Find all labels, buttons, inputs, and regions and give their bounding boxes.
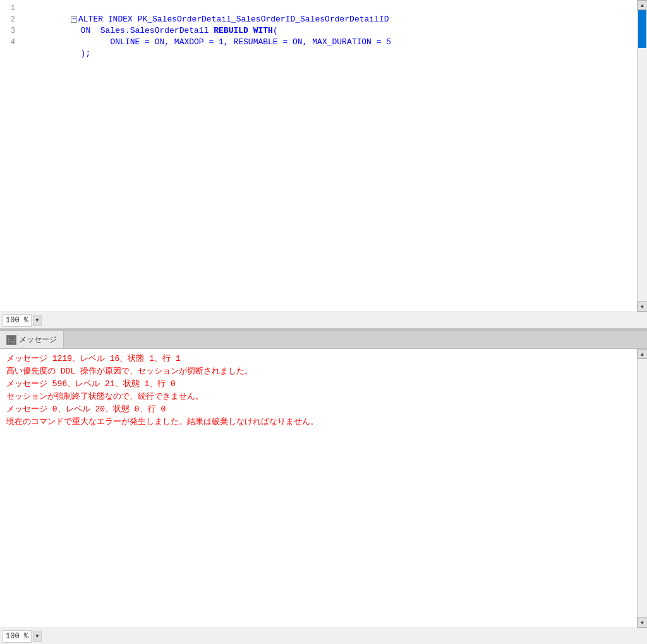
- message-line-5: メッセージ 0、レベル 20、状態 0、行 0: [6, 403, 631, 416]
- message-line-2: 高い優先度の DDL 操作が原因で、セッションが切断されました。: [6, 365, 631, 378]
- query-scroll-track[interactable]: [638, 10, 647, 301]
- messages-zoom-value: 100 %: [3, 630, 32, 643]
- query-zoom-value: 100 %: [3, 314, 32, 327]
- messages-scrollbar: ▲ ▼: [637, 349, 647, 628]
- main-container: 1 2 3 4 −ALTER INDEX PK_SalesOrderDetail…: [0, 0, 647, 644]
- messages-tab-bar: メッセージ: [0, 331, 647, 349]
- line-number-1: 1: [11, 3, 15, 14]
- messages-tab-label: メッセージ: [19, 334, 57, 345]
- messages-icon-svg: [7, 336, 16, 344]
- messages-scroll-track[interactable]: [638, 359, 647, 617]
- query-scroll-thumb[interactable]: [638, 10, 646, 48]
- messages-scroll-down-btn[interactable]: ▼: [638, 617, 648, 628]
- messages-content: メッセージ 1219、レベル 16、状態 1、行 1 高い優先度の DDL 操作…: [0, 349, 647, 628]
- query-editor-area: 1 2 3 4 −ALTER INDEX PK_SalesOrderDetail…: [0, 0, 647, 312]
- messages-tab[interactable]: メッセージ: [0, 331, 64, 348]
- svg-rect-1: [9, 337, 14, 339]
- message-line-3: メッセージ 596、レベル 21、状態 1、行 0: [6, 378, 631, 391]
- query-zoom-select[interactable]: 100 % ▼: [3, 314, 42, 327]
- line-number-3: 3: [11, 25, 15, 37]
- svg-rect-2: [9, 340, 14, 341]
- query-scroll-down-btn[interactable]: ▼: [638, 301, 648, 312]
- messages-zoom-bar: 100 % ▼: [0, 628, 647, 644]
- line-number-4: 4: [11, 37, 15, 48]
- messages-text-area[interactable]: メッセージ 1219、レベル 16、状態 1、行 1 高い優先度の DDL 操作…: [0, 349, 637, 628]
- query-panel: 1 2 3 4 −ALTER INDEX PK_SalesOrderDetail…: [0, 0, 647, 329]
- message-line-6: 現在のコマンドで重大なエラーが発生しました。結果は破棄しなければなりません。: [6, 416, 631, 428]
- messages-panel: メッセージ メッセージ 1219、レベル 16、状態 1、行 1 高い優先度の …: [0, 331, 647, 644]
- svg-rect-3: [9, 342, 12, 343]
- collapse-icon[interactable]: −: [71, 16, 77, 23]
- line-numbers: 1 2 3 4: [0, 0, 18, 312]
- message-line-4: セッションが強制終了状態なので、続行できません。: [6, 391, 631, 403]
- query-zoom-bar: 100 % ▼: [0, 312, 647, 328]
- query-zoom-dropdown-btn[interactable]: ▼: [33, 315, 42, 326]
- query-scrollbar: ▲ ▼: [637, 0, 647, 312]
- query-scroll-up-btn[interactable]: ▲: [638, 0, 648, 10]
- message-line-1: メッセージ 1219、レベル 16、状態 1、行 1: [6, 353, 631, 365]
- code-line-1: −ALTER INDEX PK_SalesOrderDetail_SalesOr…: [21, 3, 633, 14]
- code-area[interactable]: −ALTER INDEX PK_SalesOrderDetail_SalesOr…: [18, 0, 637, 312]
- messages-scroll-up-btn[interactable]: ▲: [638, 349, 648, 359]
- messages-zoom-dropdown-btn[interactable]: ▼: [33, 631, 42, 642]
- line-number-2: 2: [11, 14, 15, 25]
- messages-zoom-select[interactable]: 100 % ▼: [3, 630, 42, 643]
- messages-tab-icon: [6, 335, 16, 345]
